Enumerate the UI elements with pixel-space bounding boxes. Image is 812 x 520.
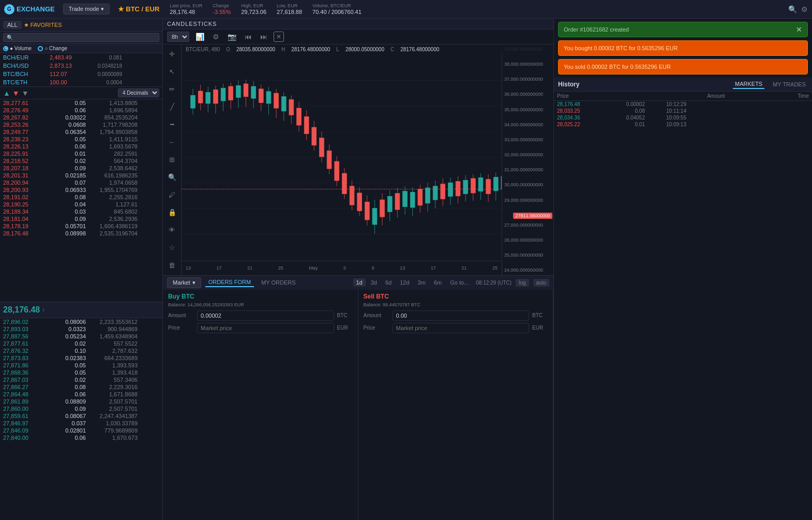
ask-row[interactable]: 28,181.04 0.09 2,536.2936 xyxy=(0,215,162,222)
bid-row[interactable]: 27,871.86 0.05 1,393.593 xyxy=(0,362,162,369)
coin-list-item[interactable]: BTC/BCH 112.07 0.0000089 xyxy=(0,70,162,78)
orders-form-tab[interactable]: ORDERS FORM xyxy=(205,278,254,287)
lock-tool[interactable]: 🔒 xyxy=(166,207,178,218)
history-row[interactable]: 28,033.25 0.08 10:11:14 xyxy=(554,108,812,114)
ask-row[interactable]: 28,189.34 0.03 845.6802 xyxy=(0,208,162,215)
change-radio[interactable]: ○ Change xyxy=(38,46,67,51)
history-row[interactable]: 28,176.48 0.00002 10:12:29 xyxy=(554,101,812,108)
bid-amount: 0.02383 xyxy=(44,355,86,361)
sell-amount-input[interactable] xyxy=(393,310,530,321)
bid-total: 1,393.418 xyxy=(86,369,138,376)
my-orders-tab[interactable]: MY ORDERS xyxy=(258,278,298,287)
bid-row[interactable]: 27,864.48 0.06 1,671.8688 xyxy=(0,391,162,398)
order-notif-close-btn[interactable]: ✕ xyxy=(796,25,802,34)
pen-tool[interactable]: ✏ xyxy=(166,84,178,95)
timeframe-btn-6m[interactable]: 6m xyxy=(431,278,445,287)
trash-tool[interactable]: 🗑 xyxy=(166,260,178,271)
bid-row[interactable]: 27,866.27 0.08 2,229.3016 xyxy=(0,383,162,391)
ask-row[interactable]: 28,276.49 0.06 1,696.5894 xyxy=(0,107,162,114)
chart-bar-icon[interactable]: 📊 xyxy=(193,32,206,42)
ask-row[interactable]: 28,238.23 0.05 1,411.9115 xyxy=(0,136,162,143)
timeframe-btn-goto[interactable]: Go to... xyxy=(447,278,472,287)
timeframe-btn-12d[interactable]: 12d xyxy=(397,278,412,287)
bid-row[interactable]: 27,887.56 0.05234 1,459.6348904 xyxy=(0,333,162,340)
ask-row[interactable]: 28,207.18 0.09 2,538.6462 xyxy=(0,165,162,172)
bid-row[interactable]: 27,846.09 0.02801 779.9689809 xyxy=(0,427,162,434)
volume-radio[interactable]: ● Volume xyxy=(3,46,32,51)
chart-close-button[interactable]: ✕ xyxy=(274,32,284,42)
star-tool[interactable]: ☆ xyxy=(166,242,178,254)
ask-row[interactable]: 28,201.31 0.02185 616.1986235 xyxy=(0,172,162,179)
chart-replay-back-icon[interactable]: ⏮ xyxy=(243,32,254,42)
bid-row[interactable]: 27,859.61 0.08067 2,247.4341387 xyxy=(0,412,162,420)
bid-row[interactable]: 27,893.03 0.0323 900.944869 xyxy=(0,325,162,333)
pair-name[interactable]: ★ BTC / EUR xyxy=(118,5,160,13)
tab-favorites[interactable]: ★ FAVORITES xyxy=(24,22,62,28)
ask-row[interactable]: 28,225.91 0.01 282.2591 xyxy=(0,150,162,157)
history-row[interactable]: 28,034.36 0.04052 10:09:55 xyxy=(554,114,812,121)
bid-row[interactable]: 27,877.61 0.02 557.5522 xyxy=(0,340,162,347)
bid-row[interactable]: 27,868.36 0.05 1,393.418 xyxy=(0,369,162,376)
history-row[interactable]: 28,025.22 0.01 10:09:13 xyxy=(554,121,812,128)
timeframe-btn-1d[interactable]: 1d xyxy=(353,278,366,287)
eye-tool[interactable]: 👁 xyxy=(166,225,178,236)
zoom-tool[interactable]: 🔍 xyxy=(166,172,178,183)
bid-row[interactable]: 27,896.02 0.08006 2,233.3553612 xyxy=(0,318,162,325)
markets-tab[interactable]: MARKETS xyxy=(733,80,764,89)
market-dropdown[interactable]: Market ▾ xyxy=(167,277,201,288)
timeframe-select[interactable]: 8h 1h 4h 1d xyxy=(167,32,189,42)
timeframe-btn-6d[interactable]: 6d xyxy=(382,278,395,287)
my-trades-tab[interactable]: MY TRADES xyxy=(771,80,808,88)
ask-row[interactable]: 28,253.26 0.0608 1,717.798208 xyxy=(0,121,162,128)
hline-tool[interactable]: ━ xyxy=(166,119,178,130)
crosshair-tool[interactable]: ✛ xyxy=(166,49,178,60)
bid-row[interactable]: 27,873.83 0.02383 664.2333689 xyxy=(0,354,162,362)
ask-row[interactable]: 28,176.48 0.08998 2,535.3196704 xyxy=(0,230,162,237)
ask-row[interactable]: 28,267.82 0.03022 854.2535204 xyxy=(0,114,162,121)
coin-search-input[interactable] xyxy=(3,33,159,42)
bid-row[interactable]: 27,861.89 0.08809 2,507.5701 xyxy=(0,398,162,405)
tab-all[interactable]: ALL xyxy=(3,21,22,29)
coin-list-item[interactable]: BCH/USD 2,873.13 0.0348218 xyxy=(0,62,162,70)
auto-scale-btn[interactable]: auto xyxy=(533,279,549,287)
chart-screenshot-icon[interactable]: 📷 xyxy=(225,32,238,42)
timeframe-btn-3d[interactable]: 3d xyxy=(368,278,380,287)
timeframe-btn-3m[interactable]: 3m xyxy=(415,278,429,287)
ask-total: 2,538.6462 xyxy=(86,165,138,171)
bid-row[interactable]: 27,840.00 0.06 1,670.673 xyxy=(0,434,162,441)
measure-tool[interactable]: ⊞ xyxy=(166,154,178,166)
search-icon-btn[interactable]: 🔍 xyxy=(788,5,797,13)
ask-row[interactable]: 28,226.13 0.06 1,693.5678 xyxy=(0,143,162,150)
ask-row[interactable]: 28,200.94 0.07 1,974.0658 xyxy=(0,179,162,186)
annotate-tool[interactable]: 🖊 xyxy=(166,189,178,201)
coin-list-item[interactable]: BCH/EUR 2,483.49 0.081 xyxy=(0,53,162,62)
bid-row[interactable]: 27,867.03 0.02 557.3406 xyxy=(0,376,162,383)
back-tool[interactable]: ← xyxy=(166,137,178,148)
bid-row[interactable]: 27,860.00 0.09 2,507.5701 xyxy=(0,405,162,412)
logo-area: G EXCHANGE xyxy=(4,4,55,14)
coin-list-item[interactable]: BTC/ETH 100.00 0.0004 xyxy=(0,78,162,86)
chart-settings-icon[interactable]: ⚙ xyxy=(210,32,221,42)
buy-price-input[interactable] xyxy=(197,323,334,333)
ask-row[interactable]: 28,191.02 0.08 2,255.2816 xyxy=(0,194,162,201)
bid-row[interactable]: 27,876.32 0.10 2,787.632 xyxy=(0,347,162,354)
sell-price-input[interactable] xyxy=(393,323,530,333)
trade-mode-button[interactable]: Trade mode ▾ xyxy=(63,4,110,14)
chart-replay-fwd-icon[interactable]: ⏭ xyxy=(258,32,269,42)
ask-row[interactable]: 28,200.93 0.06933 1,955.1704769 xyxy=(0,186,162,194)
settings-icon-btn[interactable]: ⚙ xyxy=(801,5,808,13)
ask-row[interactable]: 28,178.19 0.05701 1,606.4386119 xyxy=(0,222,162,230)
log-scale-btn[interactable]: log xyxy=(516,279,529,287)
bid-row[interactable]: 27,846.97 0.037 1,030.33789 xyxy=(0,420,162,427)
buy-amount-input[interactable] xyxy=(197,310,334,321)
cursor-tool[interactable]: ↖ xyxy=(166,66,178,78)
time-axis-label: 17 xyxy=(431,265,436,271)
ask-row[interactable]: 28,190.25 0.04 1,127.61 xyxy=(0,201,162,208)
ask-row[interactable]: 28,218.52 0.02 564.3704 xyxy=(0,157,162,165)
trend-line-tool[interactable]: ╱ xyxy=(166,101,178,113)
ask-row[interactable]: 28,277.61 0.05 1,413.8805 xyxy=(0,99,162,107)
decimals-select[interactable]: 4 Decimals 2 Decimals 6 Decimals xyxy=(118,88,159,97)
chart-svg-container[interactable] xyxy=(182,55,522,260)
top-header: G EXCHANGE Trade mode ▾ ★ BTC / EUR Last… xyxy=(0,0,812,19)
ask-row[interactable]: 28,249.77 0.06354 1,794.9903858 xyxy=(0,128,162,136)
